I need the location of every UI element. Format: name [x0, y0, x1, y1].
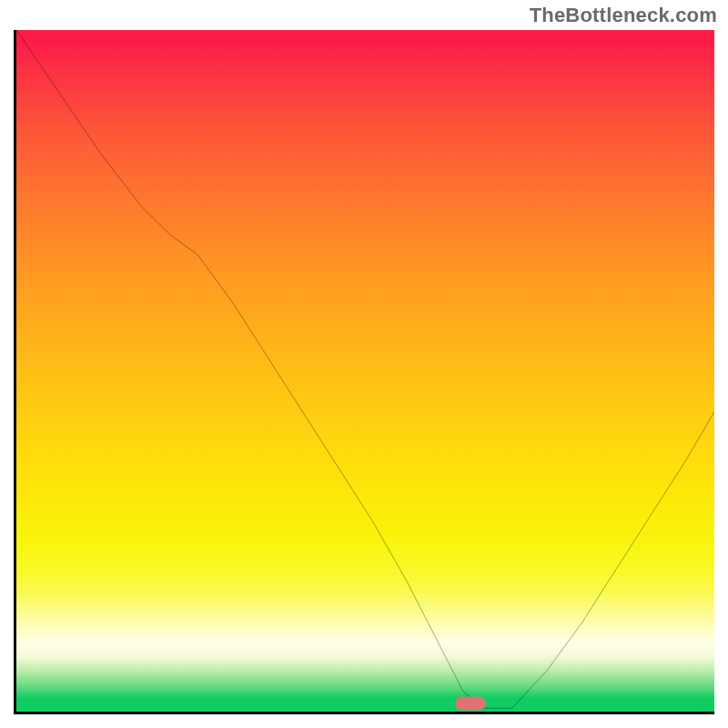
curve-svg: [16, 30, 714, 712]
chart-container: TheBottleneck.com: [0, 0, 728, 728]
optimum-marker: [455, 697, 486, 711]
watermark-text: TheBottleneck.com: [530, 4, 717, 27]
bottleneck-curve: [16, 30, 714, 708]
plot-frame: [14, 30, 714, 714]
